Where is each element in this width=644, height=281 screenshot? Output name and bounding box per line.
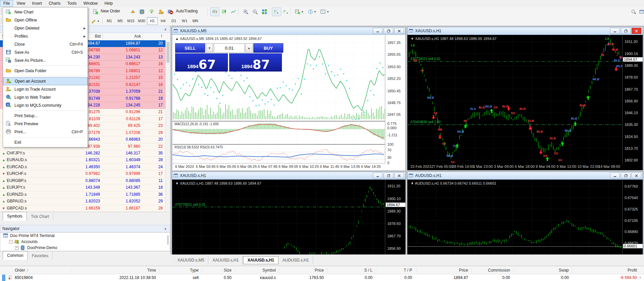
menu-help[interactable]: Help xyxy=(101,0,116,7)
expand-icon[interactable]: + xyxy=(15,246,19,250)
menu-item-login-to-trade-account[interactable]: Login to Trade Account xyxy=(3,85,88,93)
timeframe-h4[interactable]: H4 xyxy=(158,17,168,25)
menu-item-profiles[interactable]: Profiles▶ xyxy=(3,32,88,40)
menu-item-open-deleted[interactable]: Open Deleted▶ xyxy=(3,24,88,32)
chart-plot-area[interactable]: ▼ AUDUSD.s,H1 0.66734 0.66742 0.66511 0.… xyxy=(408,180,623,254)
chart-tab-xauusd-s-m5-0[interactable]: XAUUSD.s,M5 xyxy=(174,256,208,264)
menu-item-print-setup[interactable]: Print Setup... xyxy=(3,112,88,120)
order-row-65019804[interactable]: 650198042022.11.18 10:38:50sell0.50xauus… xyxy=(0,274,644,281)
timeframe-h1[interactable]: H1 xyxy=(147,17,158,25)
chart-plot-area[interactable]: #70770021 sell 0.01▼ XAUUSD.s,H1 1887.48… xyxy=(172,180,385,254)
chart-window-titlebar[interactable]: wAUDUSD.s,H1 xyxy=(407,172,643,180)
close-icon[interactable] xyxy=(394,28,404,34)
market-watch-row[interactable]: ▲EURCAD.s1.463501.4637424 xyxy=(0,164,165,171)
navigator-item-accounts[interactable]: -Accounts xyxy=(0,239,170,245)
signals-icon[interactable] xyxy=(147,7,156,16)
toolbar-grip[interactable] xyxy=(1,17,2,24)
column-header-swap[interactable]: Swap xyxy=(518,268,569,273)
periods-icon[interactable]: ▼ xyxy=(306,7,318,16)
column-header-symbol[interactable]: Symbol xyxy=(226,268,276,273)
market-watch-row[interactable]: ▲EURJPY.s143.349143.36718 xyxy=(0,184,165,191)
timeframe-w1[interactable]: W1 xyxy=(179,17,190,25)
chart-shift-icon[interactable] xyxy=(281,7,291,16)
restore-icon[interactable] xyxy=(621,28,631,34)
chart-window-titlebar[interactable]: wXAUUSD.s,M5 xyxy=(172,27,405,35)
templates-icon[interactable]: ▼ xyxy=(319,7,331,16)
candles-icon[interactable] xyxy=(219,7,229,16)
zoom-out-icon[interactable] xyxy=(250,7,260,16)
tile-windows-icon[interactable] xyxy=(260,7,269,16)
menu-item-close[interactable]: CloseCtrl+F4 xyxy=(3,40,88,48)
timeframe-m1[interactable]: M1 xyxy=(104,17,115,25)
navigator-item-doo-prime-mt4-terminal[interactable]: wDoo Prime MT4 Terminal xyxy=(0,233,170,239)
chart-tab-xauusd-s-h1-1[interactable]: XAUUSD.s,H1 xyxy=(208,256,243,264)
line-chart-icon[interactable] xyxy=(229,7,238,16)
window-small-icon[interactable] xyxy=(637,7,644,16)
timeframe-d1[interactable]: D1 xyxy=(168,17,179,25)
menu-file[interactable]: File xyxy=(0,0,13,7)
market-watch-close-icon[interactable]: x xyxy=(163,27,168,31)
close-position-icon[interactable]: x xyxy=(639,275,641,279)
buy-price-display[interactable]: 189487 xyxy=(229,53,282,72)
restore-icon[interactable] xyxy=(384,173,393,179)
menu-tools[interactable]: Tools xyxy=(64,0,80,7)
auto-scroll-icon[interactable] xyxy=(272,7,281,16)
menu-item-print[interactable]: Print...Ctrl+P xyxy=(3,128,88,136)
navigator-close-icon[interactable]: x xyxy=(163,227,168,231)
metaeditor-icon[interactable] xyxy=(138,7,147,16)
bar-chart-icon[interactable] xyxy=(210,7,219,16)
market-watch-row[interactable]: ▼EURCHF.s0.979820.9799917 xyxy=(0,171,165,177)
gold-icon[interactable] xyxy=(128,7,138,16)
tab-symbols[interactable]: Symbols xyxy=(3,212,27,221)
menu-item-open-offline[interactable]: Open Offline xyxy=(3,16,88,24)
minimize-icon[interactable] xyxy=(373,28,383,34)
sell-price-display[interactable]: 189467 xyxy=(175,53,228,72)
restore-icon[interactable] xyxy=(621,173,631,179)
neworder-icon[interactable] xyxy=(91,7,100,16)
chart-window-titlebar[interactable]: wXAUUSD.s,H1 xyxy=(407,27,643,35)
zoom-in-icon[interactable] xyxy=(241,7,250,16)
navigator-item-dooprime-demo[interactable]: +DooPrime-Demo xyxy=(0,245,170,251)
market-watch-scrollbar[interactable] xyxy=(165,40,170,212)
collapse-icon[interactable]: - xyxy=(9,240,13,244)
navigator-scrollbar[interactable] xyxy=(167,235,168,245)
restore-icon[interactable] xyxy=(384,28,393,34)
market-watch-row[interactable]: ▲GBPAUD.s1.820231.8205229 xyxy=(0,198,165,205)
menu-item-save-as[interactable]: Save AsCtrl+S xyxy=(3,48,88,56)
column-header-t-p[interactable]: T / P xyxy=(362,268,412,273)
chart-tab-audusd-s-h1-3[interactable]: AUDUSD.s,H1 xyxy=(279,256,313,264)
timeframe-m15[interactable]: M15 xyxy=(126,17,136,25)
column-header-price[interactable]: Price xyxy=(274,268,324,273)
chart-plot-area[interactable]: #70770021 sell 0.01#70419830 sell 1.00LX… xyxy=(408,35,623,164)
market-watch-row[interactable]: ▼GBPCAD.s1.661591.6618728 xyxy=(0,205,165,212)
autotrading-button[interactable]: AutoTrading xyxy=(176,9,198,13)
menu-window[interactable]: Window xyxy=(80,0,101,7)
crosshair-tool-icon[interactable]: ▼ xyxy=(89,17,102,26)
menu-item-open-data-folder[interactable]: Open Data Folder xyxy=(3,67,88,75)
chart-plot-area[interactable]: MACD(12,26,9) -0.191 -1.695 RSI(13) 58.5… xyxy=(172,35,385,164)
menu-item-login-to-mql5-community[interactable]: SLogin to MQL5.community xyxy=(3,101,88,109)
chart-window-titlebar[interactable]: wXAUUSD.s,H1 xyxy=(172,172,405,180)
timeframe-m30[interactable]: M30 xyxy=(136,17,147,25)
sell-button[interactable]: SELL xyxy=(175,43,205,53)
toolbar-grip[interactable] xyxy=(1,8,2,15)
tab-favorites[interactable]: Favorites xyxy=(28,252,53,260)
column-header-size[interactable]: Size xyxy=(181,268,232,273)
market-watch-row[interactable]: ▲EURGBP.s0.880740.8808511 xyxy=(0,178,165,184)
market-watch-row[interactable]: ▲EURAUD.s1.603211.6034928 xyxy=(0,157,165,163)
column-header-order[interactable]: Order/ xyxy=(15,268,28,273)
volume-down-icon[interactable]: ▼ xyxy=(206,43,213,53)
column-header-commission[interactable]: Commission xyxy=(460,268,510,273)
menu-item-print-preview[interactable]: Print Preview xyxy=(3,120,88,128)
volume-up-icon[interactable]: ▲ xyxy=(245,43,253,53)
indicators-icon[interactable]: ▼ xyxy=(293,7,305,16)
menu-charts[interactable]: Charts xyxy=(45,0,64,7)
autotrading-icon[interactable] xyxy=(166,7,175,16)
user-gear-icon[interactable] xyxy=(156,7,166,16)
menu-item-login-to-web-trader[interactable]: Login to Web Trader xyxy=(3,93,88,101)
menu-item-new-chart[interactable]: New Chart xyxy=(3,8,88,16)
column-header-ask[interactable]: Ask xyxy=(117,34,141,39)
close-icon[interactable] xyxy=(632,173,641,179)
close-icon[interactable] xyxy=(632,28,641,34)
market-watch-row[interactable]: ▲CHFJPY.s146.282146.31735 xyxy=(0,150,165,157)
